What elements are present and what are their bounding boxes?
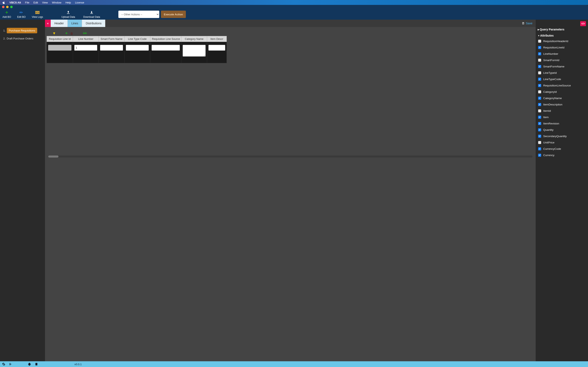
add-bo-button[interactable]: + Add BO [2,10,11,18]
attribute-item[interactable]: ✓Currency [538,154,586,157]
cell-line-type-code[interactable] [126,45,149,51]
window-zoom-button[interactable] [10,6,13,8]
attribute-item[interactable]: ✓ItemRevision [538,122,586,125]
col-smart-form-name[interactable]: Smart Form Name [99,36,125,42]
col-category-name[interactable]: Category Name [181,36,207,42]
collapse-sidebar-button[interactable]: « [45,20,51,27]
attribute-checkbox[interactable]: ✓ [538,84,541,87]
cell-requisition-line-source[interactable] [151,45,180,51]
menubar-help[interactable]: Help [65,1,71,4]
menubar-view[interactable]: View [42,1,48,4]
menubar-license[interactable]: License [75,1,84,4]
add-row-icon[interactable]: + [65,31,68,36]
attribute-item[interactable]: ✓RequisitionLineSource [538,84,586,87]
attribute-item[interactable]: UnitPrice [538,141,586,144]
code-icon: </> [581,22,585,25]
attribute-item[interactable]: ✓Quantity [538,128,586,131]
main-toolbar: + Add BO ✎ Edit BO 07:34 View Logs Uploa… [0,9,588,20]
attribute-checkbox[interactable]: ✓ [538,154,541,157]
cell-item-descr[interactable] [208,45,225,51]
attribute-checkbox[interactable] [538,71,541,74]
attribute-item[interactable]: ✓Item [538,116,586,119]
menubar-file[interactable]: File [25,1,29,4]
upload-data-label: Upload Data [61,16,75,18]
center-area: « Header Lines Distributions Save ▼ + [45,20,536,361]
attributes-header[interactable]: ▼ Attributes [538,33,586,38]
attribute-item[interactable]: ✓CategoryName [538,97,586,100]
attribute-item[interactable]: RequisitionHeaderId [538,40,586,43]
attribute-checkbox[interactable]: ✓ [538,147,541,150]
toolbar-group-bo: + Add BO ✎ Edit BO 07:34 View Logs [2,10,43,18]
attribute-item[interactable]: ✓ItemDescription [538,103,586,106]
download-data-button[interactable]: Download Data [83,10,100,18]
filter-icon[interactable]: ▼ [52,31,56,35]
add-multiple-rows-icon[interactable]: ++ [83,31,86,35]
col-item-descr[interactable]: Item Descr [207,36,227,42]
attribute-item[interactable]: ✓LineTypeCode [538,78,586,81]
attribute-checkbox[interactable]: ✓ [538,122,541,125]
attribute-checkbox[interactable]: ✓ [538,78,541,81]
attribute-item[interactable]: SmartFormId [538,59,586,62]
cell-category-name[interactable] [183,45,206,57]
menubar-edit[interactable]: Edit [34,1,38,4]
window-close-button[interactable] [2,6,5,8]
attribute-item[interactable]: ✓LineNumber [538,52,586,55]
window-titlebar [0,5,588,9]
window-minimize-button[interactable] [6,6,8,8]
attribute-item[interactable]: ✓SmartFormName [538,65,586,68]
apple-icon[interactable] [2,1,5,4]
scrollbar-thumb[interactable] [48,156,59,158]
horizontal-scrollbar[interactable] [48,156,532,158]
menubar-window[interactable]: Window [52,1,61,4]
attribute-item[interactable]: ✓CurrencyCode [538,147,586,150]
cell-requisition-line-id[interactable] [48,45,72,51]
query-parameters-header[interactable]: ▶ Query Parameters [538,27,586,32]
other-actions-select[interactable]: -- Other Actions -- [118,11,159,18]
data-grid: Requisition Line Id Line Number Smart Fo… [47,36,227,63]
code-toggle-button[interactable]: </> [580,21,586,26]
menubar-app-title[interactable]: VBCS Alt [9,1,21,4]
attribute-checkbox[interactable]: ✓ [538,65,541,68]
attribute-checkbox[interactable]: ✓ [538,46,541,49]
col-requisition-line-source[interactable]: Requisition Line Source [150,36,181,42]
attribute-item[interactable]: ✓SecondaryQuantity [538,135,586,138]
save-button[interactable]: Save [519,20,536,27]
attribute-checkbox[interactable]: ✓ [538,135,541,138]
attribute-checkbox[interactable] [538,59,541,62]
attribute-checkbox[interactable]: ✓ [538,128,541,131]
attribute-checkbox[interactable] [538,40,541,43]
tab-lines[interactable]: Lines [68,20,82,27]
attribute-item[interactable]: CategoryId [538,90,586,93]
attribute-checkbox[interactable]: ✓ [538,103,541,106]
attribute-item[interactable]: ✓RequisitionLineId [538,46,586,49]
bug-icon[interactable] [28,362,31,366]
note-icon[interactable] [35,362,38,366]
col-line-number[interactable]: Line Number [73,36,99,42]
attribute-label: RequisitionLineSource [543,84,571,87]
bo-item-purchase-requisitions[interactable]: 1. Purchase Requisitions [3,28,42,33]
cell-line-number[interactable] [74,45,97,51]
attribute-item[interactable]: ItemId [538,109,586,112]
cell-smart-form-name[interactable] [100,45,123,51]
col-line-type-code[interactable]: Line Type Code [125,36,150,42]
attribute-checkbox[interactable] [538,90,541,93]
app-root: VBCS Alt File Edit View Window Help Lice… [0,0,588,367]
logout-icon[interactable] [9,362,12,366]
execute-action-button[interactable]: Execute Action [161,11,186,18]
attribute-item[interactable]: LineTypeId [538,71,586,74]
upload-data-button[interactable]: Upload Data [61,10,75,18]
attribute-checkbox[interactable]: ✓ [538,52,541,55]
attribute-checkbox[interactable]: ✓ [538,116,541,119]
tab-header[interactable]: Header [51,20,68,27]
edit-bo-button[interactable]: ✎ Edit BO [17,10,25,18]
bo-item-draft-purchase-orders[interactable]: 2. Draft Purchase Orders [3,37,42,40]
attribute-checkbox[interactable] [538,141,541,144]
attribute-checkbox[interactable]: ✓ [538,97,541,100]
col-requisition-line-id[interactable]: Requisition Line Id [47,36,73,42]
attribute-checkbox[interactable] [538,109,541,112]
view-logs-button[interactable]: 07:34 View Logs [32,10,43,18]
bo-item-name: Purchase Requisitions [7,28,37,33]
settings-icon[interactable] [2,362,5,366]
tab-distributions[interactable]: Distributions [82,20,105,27]
delete-row-icon[interactable]: 🗑 [70,32,73,35]
